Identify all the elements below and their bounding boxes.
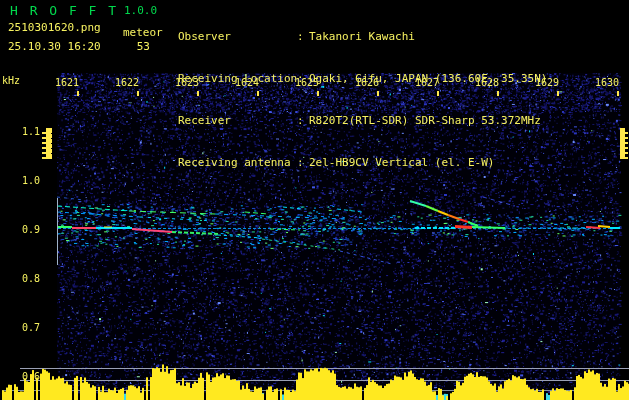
freq-axis-unit-label: kHz: [2, 75, 20, 86]
freq-tick-label: 1.0: [2, 175, 40, 186]
freq-tick-label: 0.6: [2, 371, 40, 382]
meta-colon: :: [297, 30, 309, 44]
time-tick-label: 1621: [39, 77, 79, 88]
meta-label: Observer: [178, 30, 297, 44]
time-tick-label: 1627: [399, 77, 439, 88]
meta-value: R820T2(RTL-SDR) SDR-Sharp 53.372MHz: [309, 114, 541, 127]
meta-value: Takanori Kawachi: [309, 30, 415, 43]
meta-colon: :: [297, 156, 309, 170]
freq-tick-label: 1.1: [2, 126, 40, 137]
meta-label: Receiving antenna: [178, 156, 297, 170]
meta-value: 2el-HB9CV Vertical (el. E-W): [309, 156, 494, 169]
meta-row-antenna: Receiving antenna:2el-HB9CV Vertical (el…: [178, 156, 547, 170]
time-tick-label: 1630: [579, 77, 619, 88]
time-tick-label: 1622: [99, 77, 139, 88]
time-tick-label: 1629: [519, 77, 559, 88]
observation-datetime: 25.10.30 16:20: [8, 40, 101, 53]
freq-tick-label: 0.7: [2, 322, 40, 333]
meta-label: Receiver: [178, 114, 297, 128]
metadata-block: Observer:Takanori Kawachi Receiving Loca…: [178, 2, 547, 198]
time-tick-label: 1625: [279, 77, 319, 88]
freq-tick-label: 0.9: [2, 224, 40, 235]
meta-row-receiver: Receiver:R820T2(RTL-SDR) SDR-Sharp 53.37…: [178, 114, 547, 128]
time-tick-label: 1623: [159, 77, 199, 88]
meta-row-observer: Observer:Takanori Kawachi: [178, 30, 547, 44]
hrofft-window: H R O F F T 1.0.0 2510301620.png meteor …: [0, 0, 629, 400]
observation-mode: meteor: [123, 26, 163, 39]
output-filename: 2510301620.png: [8, 21, 101, 34]
freq-tick-label: 0.8: [2, 273, 40, 284]
time-tick-label: 1624: [219, 77, 259, 88]
time-tick-label: 1628: [459, 77, 499, 88]
meta-colon: :: [297, 114, 309, 128]
echo-count: 53: [120, 40, 150, 53]
app-version: 1.0.0: [124, 4, 157, 17]
time-tick-label: 1626: [339, 77, 379, 88]
app-title: H R O F F T: [10, 3, 118, 18]
